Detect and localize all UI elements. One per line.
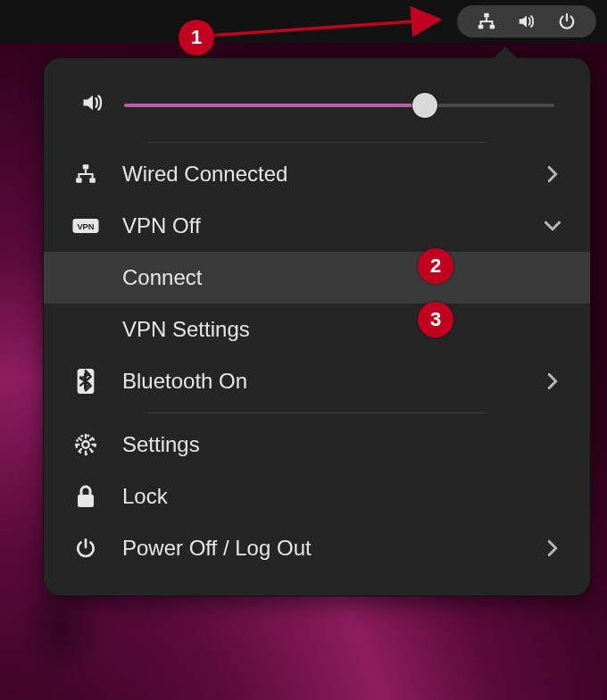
chevron-right-icon (542, 539, 563, 557)
menu-item-label: Bluetooth On (122, 369, 520, 394)
menu-item-lock[interactable]: Lock (44, 471, 590, 522)
menu-subitem-vpn-connect[interactable]: Connect (44, 252, 590, 304)
svg-rect-0 (484, 13, 489, 18)
menu-item-label: VPN Settings (122, 317, 563, 342)
annotation-badge-3: 3 (418, 302, 453, 338)
svg-rect-5 (76, 178, 82, 182)
system-tray[interactable] (457, 5, 596, 38)
menu-item-wired[interactable]: Wired Connected (44, 148, 590, 200)
chevron-down-icon (542, 220, 563, 232)
menu-item-label: Settings (122, 432, 563, 457)
power-icon[interactable] (557, 12, 577, 31)
menu-divider (147, 412, 486, 413)
chevron-right-icon (542, 372, 563, 390)
svg-rect-6 (89, 178, 96, 182)
menu-item-label: VPN Off (122, 213, 520, 238)
svg-point-10 (82, 441, 88, 447)
menu-item-label: Power Off / Log Out (122, 536, 520, 561)
system-menu-popover: Wired Connected VPN VPN Off Connect VPN … (43, 57, 591, 596)
vpn-icon: VPN (71, 217, 101, 235)
gear-icon (71, 432, 101, 457)
menu-subitem-vpn-settings[interactable]: VPN Settings (44, 304, 590, 355)
svg-text:VPN: VPN (77, 222, 94, 231)
menu-item-label: Wired Connected (122, 162, 520, 187)
network-wired-icon[interactable] (477, 12, 496, 31)
menu-item-label: Lock (122, 484, 563, 509)
annotation-badge-1: 1 (179, 20, 214, 55)
top-bar (0, 0, 607, 43)
annotation-badge-2: 2 (418, 248, 453, 284)
menu-item-vpn[interactable]: VPN VPN Off (44, 200, 590, 252)
volume-icon (79, 90, 106, 121)
menu-item-power[interactable]: Power Off / Log Out (44, 522, 590, 574)
popover-pointer (493, 46, 518, 59)
volume-icon[interactable] (516, 12, 537, 31)
bluetooth-icon (71, 369, 101, 394)
chevron-right-icon (542, 165, 563, 183)
menu-divider (147, 142, 486, 143)
svg-rect-2 (490, 25, 495, 29)
menu-item-bluetooth[interactable]: Bluetooth On (44, 355, 590, 407)
menu-item-label: Connect (122, 265, 563, 290)
network-wired-icon (71, 162, 101, 186)
svg-rect-1 (478, 25, 484, 29)
power-icon (71, 537, 101, 560)
menu-item-settings[interactable]: Settings (44, 419, 590, 471)
volume-slider[interactable] (124, 104, 554, 107)
svg-rect-12 (78, 495, 94, 507)
lock-icon (71, 484, 101, 509)
svg-rect-4 (83, 164, 89, 169)
